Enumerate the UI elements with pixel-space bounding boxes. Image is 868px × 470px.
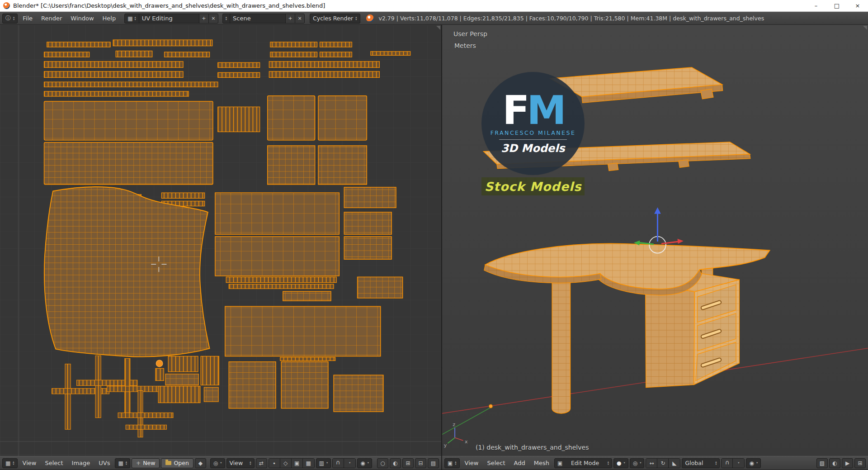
chevron-down-icon: ▾: [326, 462, 328, 464]
image-browse-button[interactable]: ▦ ▴▾: [115, 458, 130, 468]
scene-delete-button[interactable]: ×: [295, 14, 304, 23]
clip-icon: ⊟: [418, 460, 423, 466]
uv-island-desktop[interactable]: [44, 187, 210, 357]
sticky-icon: ▥: [319, 460, 324, 466]
chevron-updown-icon: ▴▾: [455, 461, 456, 465]
pivot-point-selector[interactable]: ◎ ▾: [630, 458, 645, 468]
uv-image-editor: ▦ ▴▾ View Select Image UVs ▦ ▴▾ + New Op…: [0, 25, 441, 470]
uv-menu-view[interactable]: View: [19, 458, 40, 468]
sticky-selection-selector[interactable]: ▥ ▾: [316, 458, 331, 468]
uv-sync-selection-toggle[interactable]: ⇄: [256, 458, 267, 468]
layout-browse-button[interactable]: ▦ ▴▾: [125, 14, 139, 23]
chevron-updown-icon: ▴▾: [13, 461, 14, 465]
active-object-label: (1) desk_with_drawers_and_shelves: [476, 444, 589, 451]
v3d-menu-add[interactable]: Add: [510, 458, 529, 468]
snap-toggle-button[interactable]: ∪: [333, 459, 344, 468]
mesh-desk-leg[interactable]: [552, 275, 570, 413]
orientation-label: Global: [685, 460, 703, 466]
uv-select-face-button[interactable]: ▣: [292, 459, 303, 468]
chevron-down-icon: ▾: [368, 462, 369, 464]
opengl-render-still-button[interactable]: ◐: [829, 458, 840, 468]
uv-canvas[interactable]: [0, 25, 441, 456]
screen-layout-icon: ▦: [127, 15, 132, 22]
layout-name-field[interactable]: UV Editing: [139, 14, 199, 23]
pin-image-button[interactable]: ◆: [195, 458, 206, 468]
chevron-down-icon: ▾: [640, 462, 641, 464]
uv-canvas-area[interactable]: [0, 25, 441, 456]
display-shading-button[interactable]: ○: [377, 458, 388, 468]
proportional-edit-selector[interactable]: ◉ ▾: [357, 458, 372, 468]
window-controls: – □ ×: [806, 0, 868, 11]
editor-type-selector[interactable]: ▣ ▴▾: [444, 458, 460, 468]
render-engine-selector[interactable]: Cycles Render ▴▾: [310, 14, 360, 24]
uv-menu-image[interactable]: Image: [68, 458, 94, 468]
island-icon: ▦: [306, 460, 311, 466]
uv-editor-header: ▦ ▴▾ View Select Image UVs ▦ ▴▾ + New Op…: [0, 456, 441, 470]
uv-select-edge-button[interactable]: ◇: [280, 459, 292, 468]
tile-grid-button[interactable]: ⊞: [402, 458, 414, 468]
snap-toggle-button[interactable]: ∪: [722, 459, 733, 468]
layout-add-button[interactable]: +: [199, 14, 209, 23]
image-datablock-icon: ▦: [118, 460, 123, 466]
chevron-down-icon: ▾: [349, 462, 350, 464]
info-header: ⓘ ▴▾ File Render Window Help ▦ ▴▾ UV Edi…: [0, 12, 868, 25]
engine-name: Cycles Render: [313, 15, 353, 22]
uv-select-vertex-button[interactable]: ∙: [269, 459, 280, 468]
shading-sphere-icon: ●: [617, 460, 621, 466]
close-button[interactable]: ×: [847, 0, 868, 11]
v3d-menu-mesh[interactable]: Mesh: [530, 458, 553, 468]
minimize-button[interactable]: –: [806, 0, 826, 11]
chevron-down-icon: ▾: [623, 462, 625, 464]
display-channel-selector[interactable]: View ▴▾: [226, 458, 255, 468]
pivot-center-selector[interactable]: ◎ ▾: [210, 458, 225, 468]
chevron-updown-icon: ▴▾: [126, 461, 127, 465]
image-editor-icon: ▦: [5, 460, 10, 466]
display-alpha-button[interactable]: ◐: [390, 458, 401, 468]
scene-statistics: v2.79 | Verts:11,078/11,078 | Edges:21,8…: [379, 15, 764, 22]
uv-select-island-button[interactable]: ▦: [303, 459, 314, 468]
snap-element-selector[interactable]: ▾: [344, 459, 355, 468]
proportional-edit-selector[interactable]: ◉ ▾: [746, 458, 761, 468]
maximize-button[interactable]: □: [826, 0, 847, 11]
scene-add-button[interactable]: +: [286, 14, 295, 23]
menu-help[interactable]: Help: [99, 14, 120, 23]
sync-icon: ⇄: [259, 460, 264, 466]
unit-label: Meters: [454, 42, 476, 49]
viewport-shading-selector[interactable]: ● ▾: [613, 458, 628, 468]
manipulator-scale-toggle[interactable]: ◣: [669, 459, 680, 468]
opengl-render-anim-button[interactable]: ▶: [842, 458, 853, 468]
manipulator-translate-toggle[interactable]: ↔: [646, 459, 657, 468]
fm-watermark-logo: FM FRANCESCO MILANESE 3D Models: [481, 72, 585, 175]
new-image-button[interactable]: + New: [132, 458, 160, 468]
uv-menu-uvs[interactable]: UVs: [95, 458, 113, 468]
menu-file[interactable]: File: [19, 14, 36, 23]
chevron-down-icon: ▾: [756, 462, 758, 464]
panel-corner-grip[interactable]: [436, 26, 440, 30]
snap-element-selector[interactable]: ▾: [733, 459, 744, 468]
menu-render[interactable]: Render: [38, 14, 66, 23]
limit-selection-visible-toggle[interactable]: ▧: [816, 458, 828, 468]
open-image-button[interactable]: Open: [161, 458, 193, 468]
uv-menu-select[interactable]: Select: [41, 458, 66, 468]
half-circle-icon: ◐: [393, 460, 397, 466]
layout-delete-button[interactable]: ×: [209, 14, 218, 23]
v3d-menu-select[interactable]: Select: [483, 458, 509, 468]
mode-selector[interactable]: ▣ Edit Mode ▴▾: [554, 458, 612, 468]
plus-icon: +: [136, 460, 141, 466]
scene-browse-button[interactable]: ▴▾: [223, 14, 230, 23]
tile-grid-button[interactable]: ⊞: [854, 458, 866, 468]
panel-corner-grip[interactable]: [863, 26, 867, 30]
viewport-canvas-area[interactable]: z y x User Persp Meters (1) desk_with_dr…: [442, 25, 868, 456]
v3d-menu-view[interactable]: View: [461, 458, 482, 468]
wire-display-button[interactable]: ▤: [428, 458, 439, 468]
editor-type-selector[interactable]: ▦ ▴▾: [2, 458, 18, 468]
menu-window[interactable]: Window: [67, 14, 97, 23]
fm-subtitle: 3D Models: [501, 142, 565, 155]
blender-logo-icon: [3, 2, 10, 9]
manipulator-rotate-toggle[interactable]: ↻: [657, 459, 669, 468]
transform-orientation-selector[interactable]: Global ▴▾: [682, 458, 720, 468]
editor-type-selector[interactable]: ⓘ ▴▾: [2, 14, 18, 24]
clip-display-button[interactable]: ⊟: [415, 458, 426, 468]
main-area: ▦ ▴▾ View Select Image UVs ▦ ▴▾ + New Op…: [0, 25, 868, 470]
scene-name-field[interactable]: Scene: [230, 14, 286, 23]
